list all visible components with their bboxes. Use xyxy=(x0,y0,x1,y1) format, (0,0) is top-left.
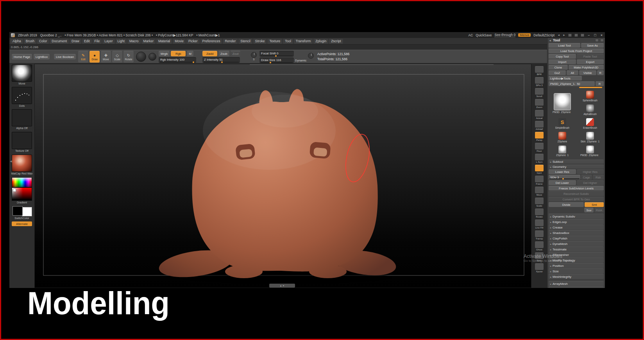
focal-shift-slider[interactable]: Focal Shift 0 xyxy=(259,51,294,57)
goz-all-button[interactable]: All xyxy=(567,70,578,75)
draw-size-dial[interactable] xyxy=(308,53,314,59)
clone-button[interactable]: Clone xyxy=(549,65,568,70)
del-lower-button[interactable]: Del Lower xyxy=(549,180,576,185)
shelf-tool[interactable]: Scroll xyxy=(535,88,544,97)
alt-color-swatch[interactable] xyxy=(22,207,32,216)
reconstruct-subdiv-button[interactable]: Reconstruct Subdiv xyxy=(549,191,604,196)
palette-dock-icon[interactable] xyxy=(568,34,572,37)
copy-tool-button[interactable]: Copy Tool xyxy=(549,54,576,59)
shelf-tool[interactable]: Line Fill xyxy=(535,219,544,229)
rgb-intensity-slider[interactable]: Rgb Intensity 100 xyxy=(159,57,196,63)
tool-thumbnail[interactable]: AlphaBrush xyxy=(576,103,604,117)
alpha-selector[interactable] xyxy=(12,109,32,126)
tool-section-header[interactable]: Crease xyxy=(549,225,604,230)
menu-item[interactable]: Movie xyxy=(173,39,186,44)
menus-toggle[interactable]: Menus xyxy=(518,33,531,37)
shelf-tool[interactable]: Xpose xyxy=(535,263,544,273)
focal-dial[interactable] xyxy=(251,52,257,58)
menu-item[interactable]: Preferences xyxy=(200,39,222,44)
tool-preview-slider[interactable] xyxy=(549,87,604,88)
shelf-tool[interactable]: Move xyxy=(535,187,544,196)
goz-visible-button[interactable]: Visible xyxy=(579,70,596,75)
paste-tool-button[interactable]: Paste Tool xyxy=(577,54,604,59)
tool-section-header[interactable]: Position xyxy=(549,263,604,268)
menu-item[interactable]: Light xyxy=(116,39,127,44)
dynamic-toggle[interactable]: Dynamic xyxy=(295,59,306,62)
shelf-tool[interactable]: SPix 3 xyxy=(535,77,544,86)
sdiv-slider[interactable]: SDiv 3 xyxy=(549,175,580,180)
quicksave-button[interactable]: QuickSave xyxy=(476,33,492,37)
save-as-button[interactable]: Save As xyxy=(581,43,604,48)
menu-item[interactable]: Layer xyxy=(102,39,114,44)
tool-section-header[interactable]: Modify Topology xyxy=(549,257,604,263)
shelf-tool[interactable]: Gprz xyxy=(535,165,544,174)
next-doc-icon[interactable]: ► xyxy=(563,34,565,36)
tool-section-header[interactable]: NanoMesh xyxy=(549,286,604,288)
tool-section-header[interactable]: ShadowBox xyxy=(549,230,604,235)
goz-r-button[interactable]: R xyxy=(597,70,604,75)
menu-item[interactable]: Material xyxy=(156,39,172,44)
menu-item[interactable]: Macro xyxy=(127,39,141,44)
menu-item[interactable]: Texture xyxy=(267,39,282,44)
menu-item[interactable]: File xyxy=(93,39,102,44)
rsta-toggle[interactable]: RstA xyxy=(594,208,604,212)
lightbox-button[interactable]: LightBox xyxy=(34,54,50,59)
hue-picker[interactable] xyxy=(12,177,32,187)
shelf-tool[interactable]: Rotate xyxy=(535,209,544,218)
divide-button[interactable]: Divide xyxy=(549,202,584,207)
menu-item[interactable]: Render xyxy=(223,39,238,44)
smt-toggle[interactable]: Smt xyxy=(585,202,604,207)
menu-item[interactable]: Stencil xyxy=(238,39,252,44)
alternate-button[interactable]: Alternate xyxy=(12,221,32,226)
tool-section-header[interactable]: MeshIntegrity xyxy=(549,274,604,279)
move-mode-button[interactable]: ✚ Move xyxy=(101,51,111,63)
sculpt-viewport[interactable] xyxy=(35,64,531,288)
tool-section-header[interactable]: Tessimate xyxy=(549,246,604,252)
rotate-mode-button[interactable]: ↻ Rotate xyxy=(123,51,134,63)
stroke-selector[interactable] xyxy=(12,87,32,104)
scroll-up-icon[interactable]: ▲ xyxy=(280,285,282,287)
menu-item[interactable]: Zplugin xyxy=(313,39,328,44)
m-button[interactable]: M xyxy=(187,51,193,56)
geometry-section-header[interactable]: Geometry xyxy=(549,165,604,169)
tool-thumbnail[interactable]: SimpleBrush xyxy=(549,117,576,130)
freeze-subdivision-button[interactable]: Freeze SubDivision Levels xyxy=(549,186,604,191)
canvas-bottom-scrollbar[interactable]: ▲ ▼ xyxy=(269,284,295,288)
menu-item[interactable]: Draw xyxy=(70,39,81,44)
tool-thumbnail[interactable]: ZSphere_1 xyxy=(549,144,576,158)
shelf-tool[interactable]: Transp xyxy=(535,230,544,240)
live-boolean-button[interactable]: Live Boolean xyxy=(54,54,76,59)
lock-icon[interactable] xyxy=(581,34,584,37)
subtool-section-header[interactable]: Subtool xyxy=(549,160,604,164)
edit-mode-button[interactable]: ✎ Edit xyxy=(78,51,88,63)
shelf-tool[interactable]: L.Sym xyxy=(535,154,544,163)
tool-thumbnail[interactable]: Skin_ZSphere_1 xyxy=(576,131,604,144)
alpha-preview-knob[interactable] xyxy=(148,53,156,61)
prev-doc-icon[interactable]: ◄ xyxy=(557,34,560,36)
rgb-button[interactable]: Rgb xyxy=(171,51,186,56)
shelf-tool[interactable]: Actual xyxy=(535,110,544,119)
panel-menu-icon[interactable] xyxy=(595,39,599,42)
draw-size-slider[interactable]: Draw Size 116 xyxy=(259,58,294,63)
import-button[interactable]: Import xyxy=(549,59,576,64)
shelf-tool[interactable]: Ghost xyxy=(535,241,544,251)
see-through-slider[interactable]: See-through 0 xyxy=(494,33,515,37)
tool-thumbnail[interactable]: ZSphere xyxy=(549,131,576,144)
make-polymesh3d-button[interactable]: Make PolyMesh3D xyxy=(569,65,604,70)
mrgb-button[interactable]: Mrgb xyxy=(159,51,170,56)
shelf-tool[interactable]: Scale xyxy=(535,198,544,207)
home-page-button[interactable]: Home Page xyxy=(12,54,32,59)
del-higher-button[interactable]: Del Higher xyxy=(577,180,604,185)
shelf-tool[interactable]: Zoom xyxy=(535,99,544,108)
lower-res-button[interactable]: Lower Res xyxy=(549,169,576,174)
menu-item[interactable]: Brush xyxy=(24,39,36,44)
tray-collapse-icon[interactable]: ◄ xyxy=(9,160,13,163)
tool-section-header[interactable]: DynaMesh xyxy=(549,241,604,246)
color-picker[interactable] xyxy=(12,187,32,201)
close-button[interactable]: × xyxy=(600,33,603,37)
menu-item[interactable]: Edit xyxy=(82,39,92,44)
tool-section-header[interactable]: ArrayMesh xyxy=(549,281,604,286)
shelf-tool[interactable]: Frame xyxy=(535,176,544,185)
stroke-preview-knob[interactable] xyxy=(136,52,146,62)
texture-selector[interactable] xyxy=(12,132,32,149)
